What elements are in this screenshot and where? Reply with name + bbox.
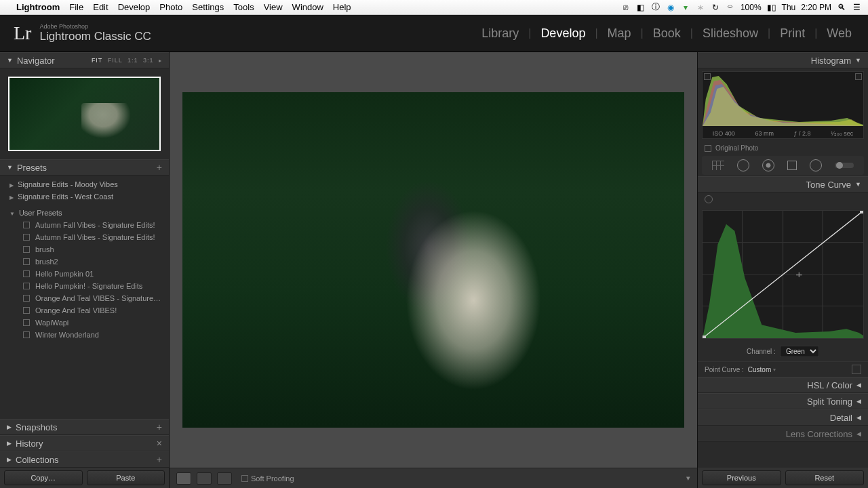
- preset-label: WapiWapi: [35, 319, 68, 327]
- preset-item[interactable]: Autumn Fall Vibes - Signature Edits!: [0, 219, 169, 231]
- before-after-tb-button[interactable]: [217, 472, 232, 485]
- histogram[interactable]: ISO 400 63 mm ƒ / 2.8 ¹⁄₂₀₀ sec: [702, 71, 864, 139]
- add-icon[interactable]: +: [157, 422, 162, 432]
- panel-label: Detail: [830, 413, 852, 423]
- split-toning-header[interactable]: Split Toning◀: [698, 393, 868, 409]
- snapshots-header[interactable]: ▶Snapshots+: [0, 419, 169, 435]
- preset-item[interactable]: Orange And Teal VIBES - Signature…: [0, 292, 169, 304]
- list-icon[interactable]: ☰: [852, 3, 861, 12]
- module-develop[interactable]: Develop: [538, 26, 588, 41]
- nav-1-1[interactable]: 1:1: [127, 57, 138, 64]
- pointcurve-value[interactable]: Custom: [748, 366, 771, 373]
- softproof-checkbox[interactable]: [241, 475, 248, 482]
- nav-fill[interactable]: FILL: [108, 57, 123, 64]
- channel-select[interactable]: Green: [780, 346, 819, 357]
- menu-view[interactable]: View: [264, 2, 283, 12]
- info-icon[interactable]: ⓘ: [651, 1, 660, 13]
- preset-label: Hello Pumpkin 01: [35, 270, 94, 278]
- preset-item[interactable]: Hello Pumpkin! - Signature Edits: [0, 280, 169, 292]
- paste-button[interactable]: Paste: [87, 470, 165, 485]
- original-label: Original Photo: [715, 144, 758, 152]
- preset-item[interactable]: Orange And Teal VIBES!: [0, 304, 169, 317]
- sync-icon[interactable]: ▾: [681, 3, 690, 12]
- photo-preview[interactable]: [182, 92, 684, 428]
- preset-item[interactable]: brush2: [0, 256, 169, 268]
- before-after-lr-button[interactable]: [197, 472, 212, 485]
- preset-group-label: Signature Edits - West Coast: [18, 192, 113, 201]
- histogram-header[interactable]: Histogram▼: [698, 52, 868, 68]
- module-slideshow[interactable]: Slideshow: [700, 26, 761, 41]
- menu-photo[interactable]: Photo: [159, 2, 182, 12]
- preset-label: Orange And Teal VIBES - Signature…: [35, 294, 161, 302]
- preset-item[interactable]: WapiWapi: [0, 317, 169, 329]
- toolbar-more-icon[interactable]: ▾: [686, 474, 690, 483]
- preset-group[interactable]: ▶Signature Edits - West Coast: [0, 190, 169, 203]
- nav-more-icon[interactable]: ▸: [159, 58, 162, 64]
- detail-header[interactable]: Detail◀: [698, 409, 868, 426]
- spotlight-icon[interactable]: 🔍︎: [837, 3, 846, 12]
- history-header[interactable]: ▶History×: [0, 435, 169, 451]
- highlight-clip-icon[interactable]: [855, 73, 862, 80]
- image-area[interactable]: [170, 52, 697, 468]
- copy-button[interactable]: Copy…: [4, 470, 83, 485]
- aperture-readout: ƒ / 2.8: [794, 130, 811, 137]
- app-menu[interactable]: Lightroom: [16, 2, 60, 12]
- original-checkbox[interactable]: [705, 145, 711, 152]
- collapse-icon: ▼: [7, 164, 13, 171]
- navigator-thumbnail[interactable]: [8, 77, 161, 151]
- gradient-tool-icon[interactable]: [787, 161, 797, 170]
- loupe-view-button[interactable]: [176, 472, 191, 485]
- module-book[interactable]: Book: [650, 26, 684, 41]
- menu-tools[interactable]: Tools: [233, 2, 254, 12]
- module-map[interactable]: Map: [605, 26, 634, 41]
- spot-tool-icon[interactable]: [737, 159, 749, 171]
- menu-settings[interactable]: Settings: [192, 2, 224, 12]
- hsl-header[interactable]: HSL / Color◀: [698, 377, 868, 393]
- radial-tool-icon[interactable]: [810, 159, 822, 171]
- menu-edit[interactable]: Edit: [93, 2, 108, 12]
- reset-button[interactable]: Reset: [785, 470, 865, 485]
- add-icon[interactable]: +: [157, 454, 162, 465]
- cc-icon[interactable]: ◉: [666, 3, 675, 12]
- bluetooth-icon[interactable]: ∗: [696, 3, 705, 12]
- brush-tool-icon[interactable]: [835, 163, 854, 168]
- timemachine-icon[interactable]: ↻: [711, 3, 720, 12]
- preset-item[interactable]: Winter Wonderland: [0, 329, 169, 341]
- tonecurve-header[interactable]: Tone Curve▼: [698, 176, 868, 192]
- redeye-tool-icon[interactable]: [762, 159, 774, 171]
- screencast-icon[interactable]: ⎚: [621, 3, 631, 12]
- preset-item[interactable]: Autumn Fall Vibes - Signature Edits!: [0, 231, 169, 243]
- clear-icon[interactable]: ×: [157, 438, 162, 449]
- menu-develop[interactable]: Develop: [118, 2, 151, 12]
- preset-item[interactable]: Hello Pumpkin 01: [0, 268, 169, 280]
- curve-edit-icon[interactable]: [852, 365, 861, 374]
- target-adjust-icon[interactable]: [705, 195, 713, 203]
- menu-window[interactable]: Window: [292, 2, 323, 12]
- navigator-header[interactable]: ▼ Navigator FIT FILL 1:1 3:1 ▸: [0, 52, 169, 68]
- preset-group[interactable]: ▼User Presets: [0, 207, 169, 219]
- shadow-clip-icon[interactable]: [704, 73, 711, 80]
- clock-time[interactable]: 2:20 PM: [801, 3, 831, 12]
- nav-fit[interactable]: FIT: [92, 57, 102, 64]
- presets-header[interactable]: ▼ Presets +: [0, 159, 169, 176]
- crop-tool-icon[interactable]: [712, 161, 724, 170]
- module-web[interactable]: Web: [824, 26, 854, 41]
- panel-label: History: [16, 439, 43, 449]
- preset-item[interactable]: brush: [0, 243, 169, 256]
- menu-help[interactable]: Help: [333, 2, 351, 12]
- preset-icon: [23, 222, 30, 228]
- lens-header[interactable]: Lens Corrections◀: [698, 426, 868, 442]
- tone-curve[interactable]: +: [702, 210, 864, 339]
- previous-button[interactable]: Previous: [702, 470, 781, 485]
- module-print[interactable]: Print: [777, 26, 808, 41]
- collections-header[interactable]: ▶Collections+: [0, 451, 169, 468]
- battery-icon[interactable]: ▮▯: [767, 3, 776, 12]
- clock-day[interactable]: Thu: [782, 3, 796, 12]
- module-library[interactable]: Library: [479, 26, 521, 41]
- nav-3-1[interactable]: 3:1: [143, 57, 154, 64]
- preset-group[interactable]: ▶Signature Edits - Moody Vibes: [0, 178, 169, 190]
- wifi-icon[interactable]: ⌔: [726, 3, 735, 12]
- menu-file[interactable]: File: [69, 2, 83, 12]
- tray-icon[interactable]: ◧: [636, 3, 646, 12]
- add-preset-icon[interactable]: +: [157, 162, 162, 173]
